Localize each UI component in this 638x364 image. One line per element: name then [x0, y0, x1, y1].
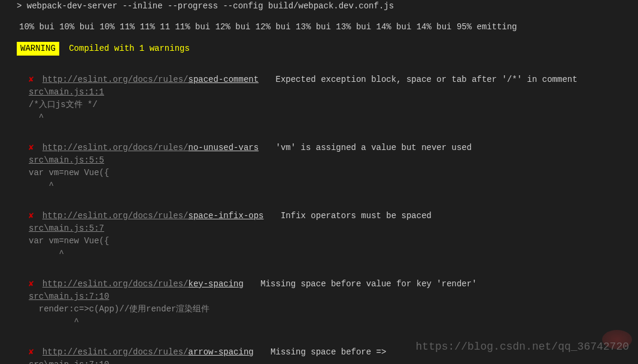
prompt: > [17, 1, 22, 11]
command-text: webpack-dev-server --inline --progress -… [27, 1, 394, 11]
rule-name[interactable]: spaced-comment [188, 75, 259, 84]
error-line: ✘ http://eslint.org/docs/rules/no-unused… [29, 142, 626, 154]
error-line: ✘ http://eslint.org/docs/rules/spaced-co… [29, 74, 626, 86]
error-x-icon: ✘ [29, 75, 34, 84]
file-location[interactable]: src\main.js:5:7 [29, 222, 626, 235]
warning-line: WARNING Compiled with 1 warnings [12, 42, 626, 56]
warning-text: Compiled with 1 warnings [69, 44, 190, 53]
error-block: ✘ http://eslint.org/docs/rules/no-unused… [12, 142, 626, 192]
file-location[interactable]: src\main.js:1:1 [29, 86, 626, 99]
error-message: Missing space before value for key 'rend… [260, 279, 476, 289]
terminal-output: > webpack-dev-server --inline --progress… [0, 0, 638, 364]
rule-link[interactable]: http://eslint.org/docs/rules/ [42, 347, 189, 357]
caret-indicator: ^ [29, 247, 626, 260]
rule-name[interactable]: space-infix-ops [188, 211, 263, 221]
error-x-icon: ✘ [29, 279, 34, 289]
rule-link[interactable]: http://eslint.org/docs/rules/ [42, 75, 189, 84]
command-line: > webpack-dev-server --inline --progress… [12, 0, 626, 13]
rule-link[interactable]: http://eslint.org/docs/rules/ [42, 211, 189, 221]
warning-badge: WARNING [17, 42, 59, 56]
file-location[interactable]: src\main.js:7:10 [29, 359, 626, 364]
error-line: ✘ http://eslint.org/docs/rules/space-inf… [29, 210, 626, 222]
rule-name[interactable]: arrow-spacing [188, 347, 253, 357]
watermark-text: https://blog.csdn.net/qq_36742720 [416, 339, 629, 355]
code-context: /*入口js文件 */ [29, 99, 626, 111]
caret-indicator: ^ [29, 111, 626, 124]
error-message: Expected exception block, space or tab a… [276, 75, 578, 84]
code-context: var vm=new Vue({ [29, 167, 626, 179]
caret-indicator: ^ [29, 316, 626, 328]
error-x-icon: ✘ [29, 347, 34, 357]
error-message: 'vm' is assigned a value but never used [276, 143, 472, 152]
error-block: ✘ http://eslint.org/docs/rules/space-inf… [12, 210, 626, 260]
rule-name[interactable]: key-spacing [188, 279, 243, 289]
error-line: ✘ http://eslint.org/docs/rules/key-spaci… [29, 278, 626, 290]
error-x-icon: ✘ [29, 143, 34, 152]
rule-name[interactable]: no-unused-vars [188, 143, 259, 152]
error-block: ✘ http://eslint.org/docs/rules/spaced-co… [12, 74, 626, 124]
error-message: Infix operators must be spaced [281, 211, 432, 221]
file-location[interactable]: src\main.js:5:5 [29, 154, 626, 167]
rule-link[interactable]: http://eslint.org/docs/rules/ [42, 143, 189, 152]
code-context: render:c=>c(App)//使用render渲染组件 [29, 303, 626, 316]
error-x-icon: ✘ [29, 211, 34, 221]
file-location[interactable]: src\main.js:7:10 [29, 290, 626, 303]
error-message: Missing space before => [271, 347, 386, 357]
caret-indicator: ^ [29, 179, 626, 192]
error-block: ✘ http://eslint.org/docs/rules/key-spaci… [12, 278, 626, 328]
code-context: var vm=new Vue({ [29, 235, 626, 247]
rule-link[interactable]: http://eslint.org/docs/rules/ [42, 279, 189, 289]
progress-line: 10% bui 10% bui 10% 11% 11% 11 11% bui 1… [12, 21, 626, 33]
